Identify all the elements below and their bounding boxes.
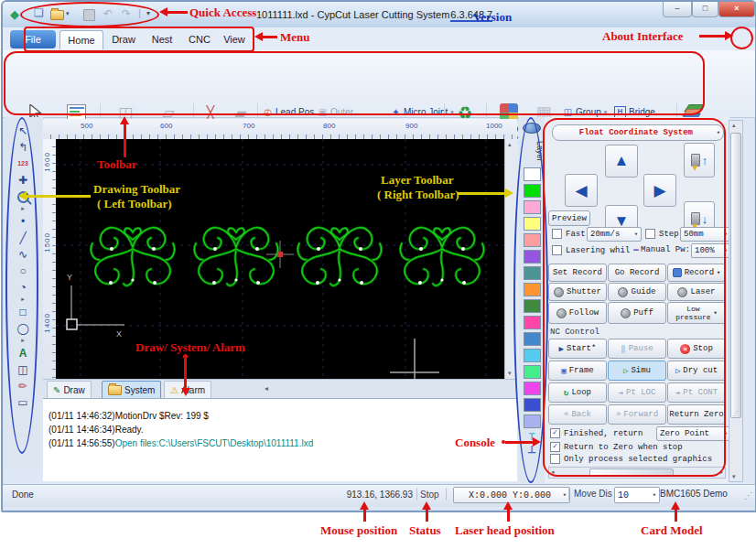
annotation-menu-box <box>24 27 254 52</box>
annotation-arrow <box>18 191 27 200</box>
annotation-left-toolbar-ellipse <box>5 117 38 454</box>
annotation-drawing-toolbar-2: ( Left Toolbar) <box>97 197 172 211</box>
annotation-line <box>263 36 277 38</box>
chevron-down-icon: ▾ <box>563 491 567 499</box>
tab-system-messages[interactable]: System <box>102 381 161 399</box>
scroll-up-icon[interactable]: ▴ <box>732 122 736 129</box>
resize-grip[interactable]: ⋰ <box>744 490 753 501</box>
scroll-down-icon[interactable]: ▾ <box>508 370 512 377</box>
thumb-grip-icon: ⋰ <box>732 410 739 417</box>
mouse-position-value: 913.16, 1366.93 <box>332 490 413 500</box>
annotation-arrow <box>254 32 263 41</box>
annotation-laser-head-position: Laser head position <box>455 523 555 538</box>
annotation-about-interface: About Interface <box>602 29 683 44</box>
system-log: (01/11 14:46:32)MotionDrv $Rev: 199 $ (0… <box>43 398 517 481</box>
annotation-arrow <box>120 116 129 124</box>
message-tab-strip: ✎ Draw System ⚠ Alarm ◂ <box>43 379 517 399</box>
origin-axes <box>67 285 124 329</box>
draw-tab-icon: ✎ <box>53 385 60 395</box>
annotation-line <box>124 124 126 157</box>
annotation-console: Console <box>455 436 495 450</box>
stop-position-cross <box>390 339 439 379</box>
annotation-line <box>167 11 188 14</box>
application-window: ◆ ❏ ▾ ↶ ↷ | ▾ 1011111.lxd - CypCut Laser… <box>0 0 756 549</box>
scrollbar-thumb[interactable] <box>730 133 741 418</box>
annotation-arrow <box>181 388 190 396</box>
annotation-layer-toolbar: Layer Toolbar <box>381 173 454 188</box>
scroll-up-icon[interactable]: ▴ <box>508 141 512 148</box>
annotation-line <box>507 509 510 522</box>
card-model-value: BMC1605 Demo <box>660 489 728 499</box>
move-dis-input[interactable]: 10 ▾ <box>614 487 660 503</box>
alarm-warning-icon: ⚠ <box>170 385 178 395</box>
system-tab-icon <box>108 385 122 395</box>
chevron-down-icon: ▾ <box>653 491 656 499</box>
status-state: Done <box>12 490 34 500</box>
app-icon[interactable]: ◆ <box>10 7 19 21</box>
horizontal-ruler: 500 600 700 800 900 1000 <box>43 119 517 140</box>
annotation-quick-access-ellipse <box>20 2 159 27</box>
annotation-toolbar: Toolbar <box>97 157 137 172</box>
annotation-line <box>426 509 428 522</box>
annotation-mouse-position: Mouse position <box>320 523 397 538</box>
move-dis-label: Move Dis <box>574 489 612 499</box>
machine-status-value: Stop <box>420 490 439 500</box>
log-line: (01/11 14:46:34)Ready. <box>49 425 144 435</box>
annotation-arrow <box>505 188 513 198</box>
annotation-line <box>458 192 505 195</box>
log-line: (01/11 14:56:55)Open files:C:\Users\FSCU… <box>49 438 313 448</box>
annotation-status: Status <box>409 523 441 538</box>
annotation-version: Version <box>473 10 512 25</box>
y-axis-label: Y <box>67 273 72 282</box>
tab-draw-messages[interactable]: ✎ Draw <box>47 381 92 399</box>
tab-scroll-icon[interactable]: ◂ <box>265 384 268 393</box>
log-line: (01/11 14:46:32)MotionDrv $Rev: 199 $ <box>49 411 209 421</box>
annotation-line <box>675 509 677 522</box>
annotation-line <box>184 359 187 388</box>
annotation-help-circle <box>730 27 753 49</box>
annotation-ribbon-box <box>4 51 705 115</box>
annotation-line <box>363 509 366 522</box>
vertical-ruler: 1600 1500 1400 <box>43 139 57 379</box>
annotation-line <box>27 195 91 198</box>
annotation-line <box>505 441 533 444</box>
x-axis-label: X <box>116 329 122 339</box>
maximize-button[interactable]: □ <box>692 2 718 17</box>
annotation-console-box <box>543 118 726 477</box>
close-button[interactable]: × <box>718 2 755 17</box>
annotation-menu: Menu <box>280 30 310 45</box>
window-title: 1011111.lxd - CypCut Laser Cutting Syste… <box>256 9 492 20</box>
panel-v-scrollbar[interactable]: ▴ ▾ ⋰ <box>729 120 743 482</box>
annotation-quick-access: Quick Access <box>189 5 256 20</box>
annotation-card-model: Card Model <box>641 523 703 538</box>
annotation-drawing-toolbar: Drawing Toolbar <box>93 182 180 197</box>
annotation-arrow <box>159 7 167 16</box>
minimize-button[interactable]: – <box>663 2 692 17</box>
annotation-layer-toolbar-2: ( Right Toolbar) <box>377 188 459 202</box>
annotation-draw-system-alarm: Draw/ System/ Alarm <box>135 340 245 355</box>
annotation-arrow <box>533 437 541 447</box>
scroll-down-icon[interactable]: ▾ <box>732 473 736 480</box>
annotation-line <box>699 35 725 38</box>
